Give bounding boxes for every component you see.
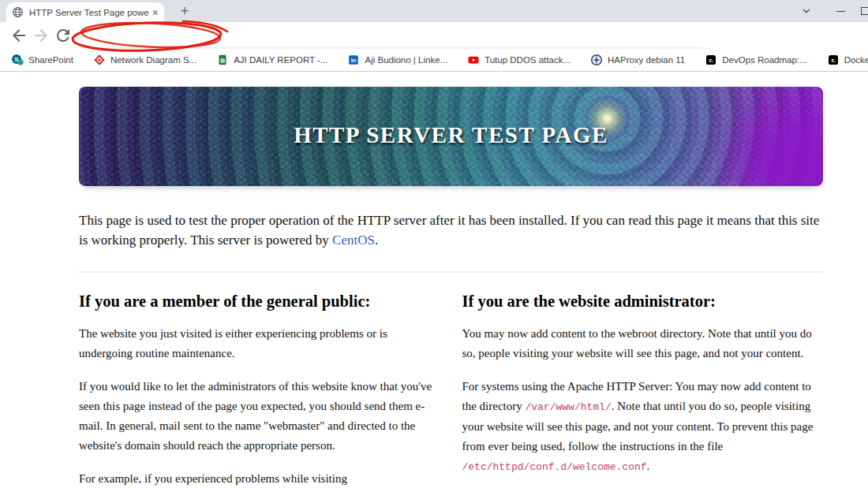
bookmark-label: AJI DAILY REPORT -... [234,55,327,65]
back-icon[interactable] [9,26,28,45]
bookmark-label: Tutup DDOS attack... [485,55,571,65]
reload-icon[interactable] [54,26,73,45]
youtube-icon [467,54,480,66]
bookmark-label: Docker Roadmap -... [844,55,868,65]
window-minimize-button[interactable] [829,0,852,22]
window-maximize-button[interactable] [857,0,868,22]
webroot-path-code: /var/www/html/ [525,401,611,413]
tab-search-chevron-icon[interactable] [795,0,817,22]
bookmark-sharepoint[interactable]: S SharePoint [11,54,73,66]
diagram-icon [93,54,106,66]
admin-paragraph-1: You may now add content to the webroot d… [462,324,824,363]
svg-text:in: in [351,57,357,64]
bookmark-label: DevOps Roadmap:... [722,55,806,65]
tab-strip: HTTP Server Test Page powered × + [0,0,868,22]
general-public-column: If you are a member of the general publi… [79,273,440,488]
svg-text:r.: r. [831,56,835,64]
public-heading: If you are a member of the general publi… [79,292,440,311]
linkedin-icon: in [347,54,360,66]
tab-close-icon[interactable]: × [152,7,159,18]
administrator-column: If you are the website administrator: Yo… [462,273,824,488]
new-tab-button[interactable]: + [175,2,194,21]
browser-toolbar: Not secure 192.168.77.83 G [0,22,868,49]
forward-icon[interactable] [32,26,51,45]
roadmap-icon: r. [705,54,717,66]
globe-favicon-icon [12,6,24,18]
bookmark-aji-daily-report[interactable]: AJI DAILY REPORT -... [216,54,327,66]
svg-text:S: S [14,56,19,63]
google-sheets-icon [216,54,229,66]
bookmark-youtube[interactable]: Tutup DDOS attack... [467,54,571,66]
bookmark-label: SharePoint [28,55,73,65]
bookmark-devops-roadmap[interactable]: r. DevOps Roadmap:... [705,54,806,66]
welcome-conf-path-code: /etc/httpd/conf.d/welcome.conf [462,461,647,473]
bookmarks-bar: S SharePoint Network Diagram S... AJI DA… [0,49,868,72]
admin-paragraph-2: For systems using the Apache HTTP Server… [462,377,824,477]
intro-text-after: . [375,233,378,248]
bookmark-label: Aji Budiono | Linke... [365,55,447,65]
banner-title: HTTP SERVER TEST PAGE [79,122,823,148]
web-page-content: HTTP SERVER TEST PAGE This page is used … [0,73,868,488]
browser-tab[interactable]: HTTP Server Test Page powered × [6,2,164,22]
admin-p2-text-c: . [647,460,650,472]
haproxy-debian-icon [590,54,603,66]
test-page-banner: HTTP SERVER TEST PAGE [79,87,823,186]
bookmark-label: HAProxy debian 11 [608,55,685,65]
roadmap-icon: r. [827,54,840,66]
public-paragraph-3: For example, if you experienced problems… [79,469,440,488]
sharepoint-icon: S [11,54,24,66]
bookmark-docker-roadmap[interactable]: r. Docker Roadmap -... [827,54,868,66]
bookmark-network-diagram[interactable]: Network Diagram S... [93,54,196,66]
centos-link[interactable]: CentOS [332,233,375,248]
bookmark-label: Network Diagram S... [110,55,196,65]
tab-title: HTTP Server Test Page powered [29,8,149,17]
bookmark-haproxy[interactable]: HAProxy debian 11 [590,54,685,66]
public-paragraph-1: The website you just visited is either e… [79,324,440,363]
bookmark-linkedin[interactable]: in Aji Budiono | Linke... [347,54,447,66]
public-paragraph-2: If you would like to let the administrat… [79,377,440,456]
intro-paragraph: This page is used to test the proper ope… [79,210,823,250]
two-column-section: If you are a member of the general publi… [79,273,823,488]
admin-heading: If you are the website administrator: [462,292,824,311]
intro-text-before: This page is used to test the proper ope… [79,213,819,248]
svg-text:r.: r. [709,56,713,64]
